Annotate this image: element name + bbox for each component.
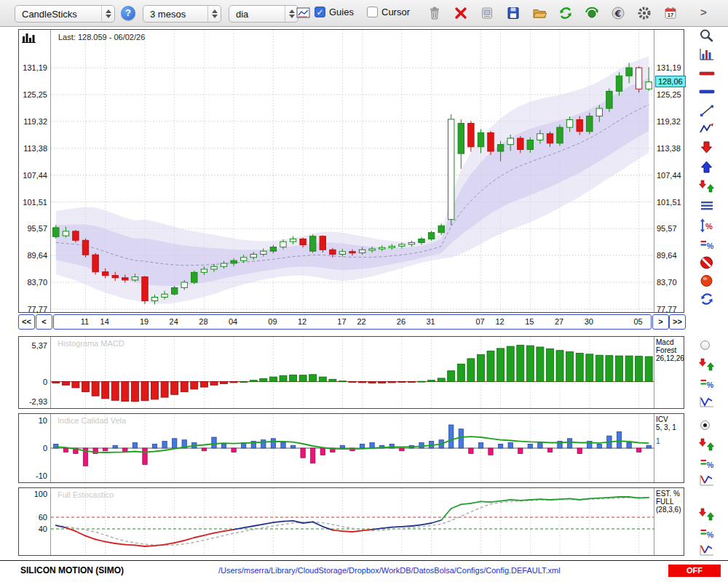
date-axis[interactable]: 111419242804091217222631071215273005 xyxy=(53,314,652,330)
macd-signals-icon[interactable] xyxy=(696,356,718,372)
delete-red-x-icon[interactable] xyxy=(451,4,470,23)
stoch-percent-icon[interactable]: % xyxy=(696,525,718,541)
price-axis-label: 83,70 xyxy=(20,278,47,287)
nav-first-button[interactable]: << xyxy=(18,314,35,330)
price-chart-panel: 131,19125,25119,32113,38107,44101,5195,5… xyxy=(18,29,684,313)
price-axis-label: 101,51 xyxy=(20,198,47,207)
price-axis-left: 131,19125,25119,32113,38107,44101,5195,5… xyxy=(19,30,50,312)
macd-plot-area[interactable]: Histograma MACD xyxy=(50,337,654,408)
refresh-green-icon[interactable] xyxy=(556,4,575,23)
date-tick: 09 xyxy=(264,317,280,326)
icv-axis-label: -10 xyxy=(20,471,47,480)
stoch-plot-svg xyxy=(51,488,654,555)
app-window: CandleSticks ? 3 mesos dia Guies Cursor xyxy=(0,0,728,582)
record-icon[interactable] xyxy=(696,273,718,289)
icv-bars xyxy=(54,425,652,466)
disable-icon[interactable] xyxy=(696,255,718,271)
macd-axis-label: -2,93 xyxy=(20,397,47,406)
stoch-plot-area[interactable]: Full Estocastico xyxy=(50,488,654,555)
arrow-down-red-icon[interactable] xyxy=(696,140,718,156)
guides-checkbox-group[interactable]: Guies xyxy=(314,7,354,17)
timeframe-select[interactable]: dia xyxy=(229,5,298,23)
stoch-signals-icon[interactable] xyxy=(696,506,718,522)
timeframe-value: dia xyxy=(229,9,285,20)
refresh-blue-icon[interactable] xyxy=(696,291,718,307)
price-axis-label: 77,77 xyxy=(657,305,677,314)
red-line-icon[interactable] xyxy=(696,65,718,81)
icv-signals-icon[interactable] xyxy=(696,436,718,453)
price-axis-label: 89,64 xyxy=(20,251,47,260)
status-bar: SILICON MOTION (SIMO) /Users/mserra/Libr… xyxy=(0,560,728,582)
panel-layout-icon[interactable] xyxy=(296,6,312,23)
calendar-day: 17 xyxy=(668,12,673,18)
icv-percent-icon[interactable]: % xyxy=(696,455,718,471)
macd-radio[interactable] xyxy=(700,340,710,350)
stoch-axis-label: 100 xyxy=(20,490,47,498)
settings-gear-icon[interactable] xyxy=(635,4,654,23)
icv-panel: 100-10 Indice Calidad Vela ICV 5, 3, 1 1 xyxy=(18,413,684,483)
icv-axis-label: 10 xyxy=(20,416,47,425)
price-axis-label: 95,57 xyxy=(20,224,47,233)
price-axis-label: 113,38 xyxy=(20,144,47,153)
macd-title: Histograma MACD xyxy=(58,339,124,348)
svg-text:%: % xyxy=(707,530,714,539)
macd-param-line: Forest xyxy=(656,346,684,354)
config-path-link[interactable]: /Users/mserra/Library/CloudStorage/Dropb… xyxy=(218,566,561,575)
trendline-icon[interactable] xyxy=(696,103,718,119)
date-tick: 28 xyxy=(195,317,211,326)
date-tick: 11 xyxy=(77,317,93,326)
cursor-checkbox-group[interactable]: Cursor xyxy=(367,7,410,17)
chart-style-icon[interactable] xyxy=(696,47,718,63)
guides-label: Guies xyxy=(329,7,354,17)
blue-line-icon[interactable] xyxy=(696,84,718,100)
nav-next-button[interactable]: > xyxy=(652,314,669,330)
price-axis-label: 119,32 xyxy=(20,117,47,126)
zigzag-icon[interactable] xyxy=(696,121,718,137)
open-folder-icon[interactable] xyxy=(530,4,549,23)
toolbar-overflow-chevron[interactable]: > xyxy=(700,6,707,18)
date-tick: 12 xyxy=(294,317,310,326)
trash-icon[interactable] xyxy=(425,4,444,23)
icv-plot-area[interactable]: Indice Calidad Vela xyxy=(50,414,654,482)
scale-arrows-percent-icon[interactable]: % xyxy=(696,218,718,234)
price-axis-label: 125,25 xyxy=(657,90,681,99)
svg-text:%: % xyxy=(707,242,714,250)
stoch-k-line xyxy=(56,497,649,546)
nav-prev-button[interactable]: < xyxy=(36,314,52,330)
period-select[interactable]: 3 mesos xyxy=(143,5,221,23)
last-price-label: Last: 128.059 - 06/02/26 xyxy=(57,33,146,41)
guides-checkbox[interactable] xyxy=(314,7,325,17)
arrow-up-blue-icon[interactable] xyxy=(696,159,718,175)
calendar-icon[interactable]: 17 xyxy=(661,4,680,23)
zoom-icon[interactable] xyxy=(696,28,718,44)
chart-navbar: << < 11141924280409121722263107121527300… xyxy=(18,314,684,330)
save-icon[interactable] xyxy=(504,4,523,23)
icv-axis-label: 0 xyxy=(20,444,47,453)
date-tick: 05 xyxy=(630,317,646,326)
chart-logo-icon xyxy=(22,32,36,47)
price-axis-label: 89,64 xyxy=(657,251,677,260)
euro-coin-icon[interactable]: € xyxy=(609,4,628,23)
date-tick: 17 xyxy=(333,317,349,326)
svg-text:%: % xyxy=(707,380,714,389)
icv-radio[interactable] xyxy=(700,420,710,430)
date-tick: 14 xyxy=(97,317,113,326)
off-button[interactable]: OFF xyxy=(668,565,721,577)
stoch-curve-icon[interactable] xyxy=(696,543,718,559)
compare-percent-icon[interactable]: % xyxy=(696,236,718,252)
macd-percent-icon[interactable]: % xyxy=(696,375,718,391)
nav-last-button[interactable]: >> xyxy=(669,314,686,330)
export-image-icon[interactable] xyxy=(478,4,496,23)
icv-param-line: 5, 3, 1 xyxy=(656,423,676,431)
icv-curve-icon[interactable] xyxy=(696,473,718,489)
sync-world-icon[interactable] xyxy=(582,4,601,23)
signals-arrows-icon[interactable] xyxy=(696,178,718,194)
icv-param-blue: 1 xyxy=(656,437,676,445)
list-icon[interactable] xyxy=(696,198,718,214)
stoch-axis-label: 40 xyxy=(20,525,47,533)
chart-type-select[interactable]: CandleSticks xyxy=(15,5,115,23)
macd-curve-icon[interactable] xyxy=(696,394,718,410)
cursor-checkbox[interactable] xyxy=(367,7,378,17)
price-plot-area[interactable]: Last: 128.059 - 06/02/26 xyxy=(50,30,654,312)
help-button[interactable]: ? xyxy=(121,6,135,20)
